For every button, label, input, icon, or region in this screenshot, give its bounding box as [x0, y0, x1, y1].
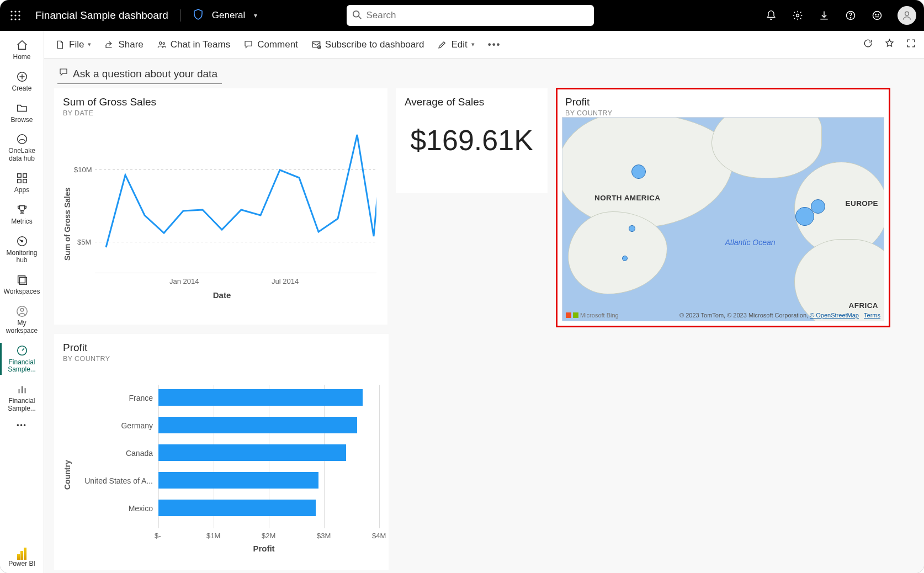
qna-input[interactable]: Ask a question about your data [57, 66, 222, 84]
gridline [379, 385, 380, 528]
nav-home[interactable]: Home [0, 34, 44, 66]
tile-subtitle: BY COUNTRY [556, 108, 890, 117]
svg-point-11 [796, 14, 799, 17]
nav-label: Workspaces [4, 288, 40, 296]
nav-financial-sample-1[interactable]: Financial Sample... [0, 339, 44, 379]
help-icon[interactable] [845, 9, 857, 22]
svg-point-35 [163, 43, 164, 44]
map-label-eu: EUROPE [846, 199, 878, 208]
divider [180, 9, 181, 22]
tile-title: Sum of Gross Sales [54, 88, 387, 108]
svg-point-5 [18, 14, 20, 16]
account-avatar[interactable] [898, 6, 916, 25]
x-tick: Jan 2014 [169, 277, 199, 285]
tile-profit-map[interactable]: Profit BY COUNTRY NORTH AMERICA EUROPE A… [556, 88, 890, 327]
app-launcher-icon[interactable] [8, 8, 23, 23]
notifications-icon[interactable] [765, 9, 777, 22]
bar[interactable] [158, 389, 363, 406]
nav-label: My workspace [1, 320, 43, 335]
nav-workspaces[interactable]: Workspaces [0, 269, 44, 300]
svg-point-14 [873, 12, 881, 20]
person-circle-icon [16, 305, 28, 318]
cmd-chat-teams[interactable]: Chat in Teams [153, 37, 233, 52]
sensitivity-label[interactable]: General [212, 10, 245, 21]
cmd-file[interactable]: File▾ [52, 37, 94, 52]
nav-label: Browse [10, 116, 33, 124]
svg-point-4 [14, 14, 16, 16]
cmd-comment[interactable]: Comment [240, 37, 301, 52]
nav-create[interactable]: Create [0, 66, 44, 97]
nav-my-workspace[interactable]: My workspace [0, 300, 44, 339]
nav-metrics[interactable]: Metrics [0, 199, 44, 230]
map-label-af: AFRICA [849, 301, 878, 310]
nav-browse[interactable]: Browse [0, 97, 44, 129]
global-search[interactable] [347, 5, 594, 26]
cmd-more[interactable]: ••• [485, 37, 505, 52]
folder-icon [16, 102, 28, 115]
y-tick: $10M [74, 166, 92, 174]
teams-icon [157, 40, 167, 50]
cmd-subscribe[interactable]: Subscribe to dashboard [308, 37, 428, 52]
bar[interactable] [158, 472, 318, 489]
workspaces-icon [16, 273, 28, 286]
bar[interactable] [158, 417, 357, 433]
svg-point-29 [20, 308, 24, 311]
settings-icon[interactable] [792, 9, 804, 22]
x-tick: $3M [317, 532, 331, 540]
map-label-na: NORTH AMERICA [594, 194, 660, 202]
nav-financial-sample-2[interactable]: Financial Sample... [0, 378, 44, 417]
line-series [95, 117, 376, 283]
refresh-icon[interactable] [863, 38, 873, 51]
x-axis-title: Profit [145, 544, 383, 553]
svg-rect-20 [17, 174, 20, 177]
global-header: Financial Sample dashboard General ▾ [0, 0, 924, 31]
x-tick: $- [155, 532, 161, 540]
map-bubble-mexico[interactable] [622, 256, 628, 261]
nav-onelake[interactable]: OneLake data hub [0, 128, 44, 167]
fullscreen-icon[interactable] [906, 38, 916, 51]
svg-point-0 [10, 10, 12, 12]
nav-monitoring[interactable]: Monitoring hub [0, 230, 44, 269]
cmd-label: Chat in Teams [171, 39, 230, 50]
feedback-icon[interactable] [871, 9, 883, 22]
nav-more[interactable]: ••• [0, 417, 44, 434]
credit-terms-link[interactable]: Terms [864, 312, 880, 319]
svg-point-15 [875, 14, 877, 15]
svg-rect-23 [23, 179, 26, 183]
svg-rect-22 [17, 179, 20, 183]
nav-label: Create [12, 85, 31, 93]
svg-point-1 [14, 10, 16, 12]
favorite-icon[interactable] [884, 38, 895, 51]
svg-point-9 [353, 11, 359, 17]
more-icon: ••• [488, 39, 501, 50]
svg-point-13 [850, 18, 851, 18]
nav-apps[interactable]: Apps [0, 167, 44, 199]
map-bubble-usa[interactable] [629, 225, 635, 232]
cmd-label: Edit [451, 39, 467, 50]
tile-avg-sales-kpi[interactable]: Average of Sales $169.61K [396, 88, 548, 193]
download-icon[interactable] [818, 9, 830, 22]
bar[interactable] [158, 500, 316, 516]
more-icon: ••• [17, 422, 27, 429]
y-axis-title: Country [63, 460, 72, 490]
tile-title: Profit [556, 88, 890, 108]
chevron-down-icon: ▾ [471, 41, 475, 48]
bing-attribution: Microsoft Bing [566, 312, 619, 319]
bar[interactable] [158, 444, 346, 461]
powerbi-brand[interactable]: Power BI [0, 542, 44, 573]
map-bubble-canada[interactable] [631, 165, 646, 179]
search-input[interactable] [347, 5, 594, 26]
cmd-edit[interactable]: Edit▾ [434, 37, 477, 52]
cmd-share[interactable]: Share [101, 37, 146, 52]
tile-profit-bar[interactable]: Profit BY COUNTRY Country France Germany… [54, 334, 389, 570]
map-bubble-germany[interactable] [795, 207, 814, 226]
chevron-down-icon[interactable]: ▾ [254, 12, 257, 19]
tile-gross-sales-line[interactable]: Sum of Gross Sales BY DATE Sum of Gross … [54, 88, 387, 325]
x-tick: $4M [372, 532, 386, 540]
nav-label: Financial Sample... [1, 359, 43, 374]
chevron-down-icon: ▾ [88, 41, 91, 48]
powerbi-label: Power BI [8, 560, 35, 567]
map-visual[interactable]: NORTH AMERICA EUROPE AFRICA Atlantic Oce… [562, 117, 884, 321]
bar-cat: France [73, 394, 153, 402]
credit-osm-link[interactable]: © OpenStreetMap [810, 312, 859, 319]
